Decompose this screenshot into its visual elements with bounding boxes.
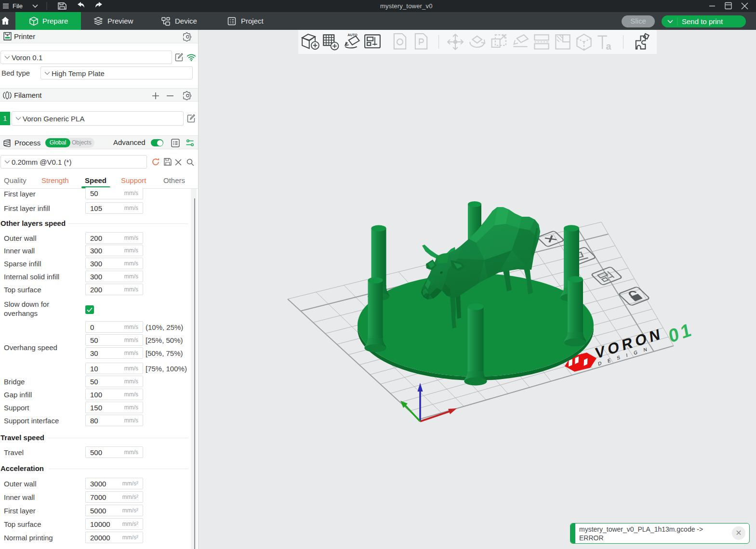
svg-text:01: 01 (667, 318, 695, 346)
svg-text:AUTO: AUTO (347, 33, 358, 37)
svg-text:Send to print: Send to print (682, 17, 723, 26)
svg-text:File: File (13, 2, 23, 10)
svg-text:a: a (606, 41, 611, 52)
